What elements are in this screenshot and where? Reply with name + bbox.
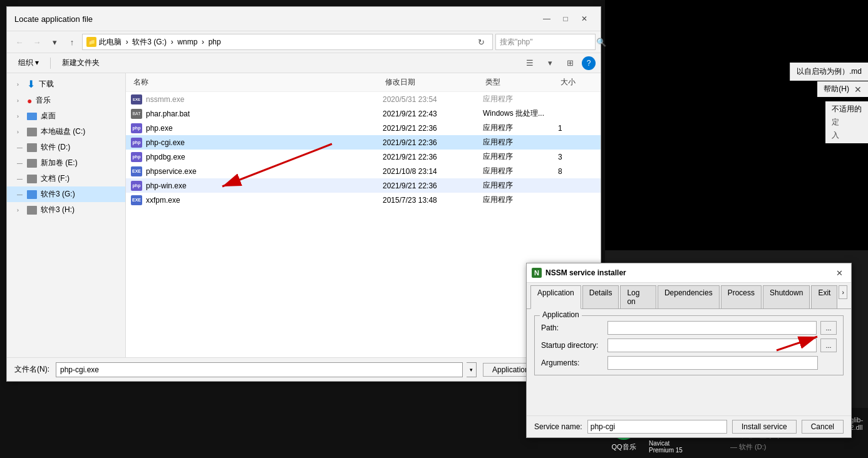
file-row[interactable]: php phpdbg.exe 2021/9/21 22:36 应用程序 3: [126, 150, 601, 164]
col-modified[interactable]: 修改日期: [383, 76, 483, 89]
startup-dir-label: Startup directory:: [541, 341, 604, 350]
tab-logon[interactable]: Log on: [620, 285, 656, 308]
application-group: Application Path: ... Startup directory:…: [534, 315, 844, 375]
file-row-partial[interactable]: EXE nssmm.exe 2020/5/31 23:54 应用程序: [126, 92, 601, 106]
file-modified: 2021/9/21 22:36: [383, 181, 483, 190]
file-row[interactable]: php php.exe 2021/9/21 22:36 应用程序 1: [126, 121, 601, 135]
sidebar-item-drive-f[interactable]: — 文档 (F:): [7, 171, 125, 186]
nssm-window: N NSSM service installer ✕ Application D…: [526, 263, 852, 438]
recent-button[interactable]: ▾: [47, 34, 62, 49]
close-button[interactable]: ✕: [576, 12, 593, 26]
group-label: Application: [540, 310, 582, 319]
sidebar-item-drive-h[interactable]: › 软件3 (H:): [7, 202, 125, 218]
chevron-icon: ›: [17, 81, 23, 88]
install-service-button[interactable]: Install service: [732, 420, 797, 434]
sidebar-item-drive-e[interactable]: — 新加卷 (E:): [7, 155, 125, 171]
forward-button[interactable]: →: [29, 34, 44, 49]
file-row[interactable]: EXE xxfpm.exe 2015/7/23 13:48 应用程序: [126, 193, 601, 207]
sidebar-item-drive-c[interactable]: › 本地磁盘 (C:): [7, 124, 125, 140]
chevron-icon: ›: [17, 113, 23, 120]
file-icon: php: [131, 152, 142, 162]
sidebar-item-download[interactable]: › ⬇ 下载: [7, 76, 125, 93]
col-size[interactable]: 大小: [558, 76, 596, 89]
music-icon: ●: [27, 96, 32, 106]
chevron-icon: —: [17, 176, 23, 182]
filename-label: 文件名(N):: [14, 364, 49, 375]
file-type: 应用程序: [483, 123, 558, 133]
file-row[interactable]: EXE phpservice.exe 2021/10/8 23:14 应用程序 …: [126, 164, 601, 178]
file-modified: 2020/5/31 23:54: [383, 95, 483, 104]
file-row[interactable]: php php-win.exe 2021/9/21 22:36 应用程序: [126, 178, 601, 193]
tab-scroll-right[interactable]: ›: [839, 285, 847, 299]
help-button[interactable]: ?: [582, 56, 596, 70]
chevron-icon: —: [17, 191, 23, 198]
file-icon: EXE: [131, 166, 142, 176]
file-icon: php: [131, 138, 142, 148]
address-toolbar: ← → ▾ ↑ 📁 此电脑 › 软件3 (G:) › wnmp › php ↻ …: [7, 31, 601, 53]
command-toolbar: 组织 ▾ 新建文件夹 ☰ ▾ ⊞ ?: [7, 53, 601, 73]
maximize-button[interactable]: □: [557, 12, 574, 26]
file-name: nssmm.exe: [146, 95, 184, 104]
file-type: Windows 批处理...: [483, 108, 558, 119]
file-modified: 2021/9/21 22:36: [383, 153, 483, 161]
up-button[interactable]: ↑: [65, 34, 80, 49]
drive-icon-selected: [27, 190, 37, 199]
nssm-title: N NSSM service installer: [532, 268, 626, 278]
sidebar-item-drive-g[interactable]: — 软件3 (G:): [7, 186, 125, 202]
path-input[interactable]: [607, 321, 817, 335]
file-type: 应用程序: [483, 195, 558, 205]
tab-exit[interactable]: Exit: [811, 285, 837, 308]
view-pane-button[interactable]: ⊞: [562, 56, 578, 70]
filename-dropdown[interactable]: ▾: [467, 362, 477, 377]
back-button[interactable]: ←: [12, 34, 27, 49]
arguments-input[interactable]: [607, 356, 818, 370]
col-name[interactable]: 名称: [131, 76, 383, 89]
drive-icon: [27, 159, 37, 168]
drive-icon: [27, 206, 37, 215]
file-row-selected[interactable]: php php-cgi.exe 2021/9/21 22:36 应用程序: [126, 135, 601, 150]
file-type: 应用程序: [483, 166, 558, 176]
startup-dir-row: Startup directory: ...: [541, 338, 837, 352]
help-close-btn[interactable]: ✕: [854, 84, 862, 94]
right-content: 不适用的 定 入: [825, 101, 868, 143]
file-modified: 2015/7/23 13:48: [383, 196, 483, 205]
startup-dir-browse-button[interactable]: ...: [820, 338, 837, 352]
file-row[interactable]: BAT phar.phar.bat 2021/9/21 22:43 Window…: [126, 106, 601, 121]
startup-dir-input[interactable]: [607, 338, 817, 352]
chevron-icon: ›: [17, 98, 23, 104]
drive-icon: [27, 143, 37, 152]
col-type[interactable]: 类型: [483, 76, 558, 89]
organize-button[interactable]: 组织 ▾: [12, 56, 45, 70]
sidebar: › ⬇ 下载 › ● 音乐 › 桌面 › 本地磁盘 (C:) —: [7, 73, 126, 357]
tab-shutdown[interactable]: Shutdown: [763, 285, 810, 308]
address-bar[interactable]: 📁 此电脑 › 软件3 (G:) › wnmp › php ↻: [82, 34, 493, 50]
file-modified: 2021/9/21 22:36: [383, 138, 483, 147]
service-name-input[interactable]: [587, 420, 727, 434]
folder-icon: 📁: [86, 37, 96, 47]
sidebar-item-label: 桌面: [41, 111, 56, 121]
file-size: 8: [558, 167, 596, 176]
search-icon: 🔍: [596, 38, 606, 47]
file-list-header: 名称 修改日期 类型 大小: [126, 73, 601, 92]
tab-dependencies[interactable]: Dependencies: [658, 285, 720, 308]
tab-application[interactable]: Application: [530, 285, 581, 309]
sidebar-item-drive-d[interactable]: — 软件 (D:): [7, 140, 125, 155]
tab-details[interactable]: Details: [582, 285, 619, 308]
new-folder-button[interactable]: 新建文件夹: [56, 56, 106, 70]
filename-input[interactable]: [56, 362, 463, 377]
drive-icon: [27, 128, 37, 136]
sidebar-item-music[interactable]: › ● 音乐: [7, 93, 125, 108]
tab-label: Log on: [627, 288, 639, 306]
search-input[interactable]: [500, 38, 594, 46]
tab-process[interactable]: Process: [721, 285, 762, 308]
minimize-button[interactable]: —: [538, 12, 555, 26]
nssm-close-button[interactable]: ✕: [832, 267, 846, 278]
cancel-button[interactable]: Cancel: [802, 420, 844, 434]
view-toggle-button[interactable]: ▾: [542, 56, 558, 70]
sidebar-item-desktop[interactable]: › 桌面: [7, 108, 125, 124]
arguments-label: Arguments:: [541, 359, 604, 367]
view-list-button[interactable]: ☰: [522, 56, 538, 70]
sidebar-item-label: 文档 (F:): [41, 173, 70, 184]
path-browse-button[interactable]: ...: [820, 321, 837, 335]
refresh-button[interactable]: ↻: [473, 34, 488, 49]
